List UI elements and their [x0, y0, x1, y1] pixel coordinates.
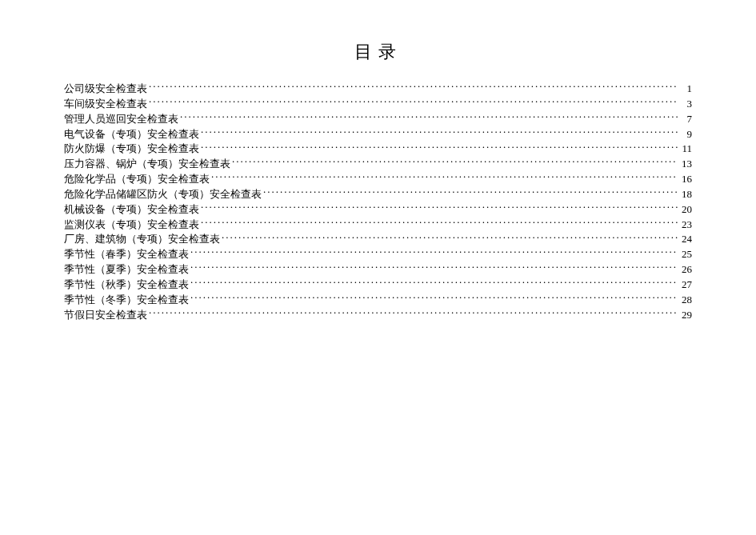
toc-item-label: 电气设备（专项）安全检查表 — [64, 127, 199, 142]
toc-item-page: 24 — [679, 232, 692, 247]
toc-leader-dots — [190, 293, 678, 303]
toc-item-label: 季节性（秋季）安全检查表 — [64, 277, 189, 293]
toc-leader-dots — [232, 157, 678, 167]
toc-item-label: 公司级安全检查表 — [64, 82, 147, 97]
toc-item-page: 28 — [679, 293, 692, 308]
toc-item-label: 车间级安全检查表 — [64, 97, 147, 112]
toc-item: 季节性（冬季）安全检查表28 — [64, 293, 692, 308]
toc-item: 机械设备（专项）安全检查表20 — [64, 202, 692, 218]
toc-leader-dots — [201, 202, 678, 213]
toc-item-label: 机械设备（专项）安全检查表 — [64, 202, 199, 218]
toc-item-page: 26 — [679, 262, 692, 277]
toc-item-page: 18 — [679, 187, 692, 202]
toc-item: 危险化学品（专项）安全检查表16 — [64, 172, 692, 187]
toc-item: 危险化学品储罐区防火（专项）安全检查表18 — [64, 187, 692, 202]
toc-leader-dots — [190, 247, 678, 258]
toc-item: 监测仪表（专项）安全检查表23 — [64, 218, 692, 233]
toc-item-label: 厂房、建筑物（专项）安全检查表 — [64, 232, 220, 247]
toc-item-label: 季节性（冬季）安全检查表 — [64, 293, 189, 308]
toc-leader-dots — [190, 277, 678, 288]
toc-item-label: 管理人员巡回安全检查表 — [64, 112, 178, 127]
toc-item: 管理人员巡回安全检查表7 — [64, 112, 692, 127]
page-title: 目录 — [64, 40, 692, 64]
toc-item: 电气设备（专项）安全检查表9 — [64, 127, 692, 142]
toc-item-page: 11 — [679, 142, 692, 157]
toc-item: 车间级安全检查表3 — [64, 97, 692, 112]
toc-item-page: 13 — [679, 157, 692, 172]
toc-item-page: 23 — [679, 218, 692, 233]
toc-item-label: 危险化学品储罐区防火（专项）安全检查表 — [64, 187, 262, 202]
toc-item: 压力容器、锅炉（专项）安全检查表13 — [64, 157, 692, 172]
toc-item: 季节性（夏季）安全检查表26 — [64, 262, 692, 277]
toc-leader-dots — [201, 127, 678, 138]
toc-leader-dots — [149, 82, 678, 92]
toc-item: 防火防爆（专项）安全检查表11 — [64, 142, 692, 157]
toc-leader-dots — [149, 308, 678, 318]
toc-item: 节假日安全检查表29 — [64, 308, 692, 323]
toc-leader-dots — [180, 112, 678, 122]
toc-list: 公司级安全检查表1车间级安全检查表3管理人员巡回安全检查表7电气设备（专项）安全… — [64, 82, 692, 323]
toc-item-page: 3 — [679, 97, 692, 112]
toc-item-label: 防火防爆（专项）安全检查表 — [64, 142, 199, 157]
toc-leader-dots — [222, 232, 678, 242]
toc-item-page: 20 — [679, 202, 692, 218]
toc-leader-dots — [211, 172, 678, 182]
toc-item-page: 27 — [679, 277, 692, 293]
toc-leader-dots — [149, 97, 678, 107]
toc-item-label: 危险化学品（专项）安全检查表 — [64, 172, 210, 187]
toc-item-page: 9 — [679, 127, 692, 142]
toc-item-label: 季节性（春季）安全检查表 — [64, 247, 189, 262]
toc-leader-dots — [201, 142, 678, 152]
toc-leader-dots — [201, 218, 678, 228]
toc-item-label: 季节性（夏季）安全检查表 — [64, 262, 189, 277]
toc-leader-dots — [263, 187, 678, 198]
toc-item: 季节性（秋季）安全检查表27 — [64, 277, 692, 293]
toc-item-page: 16 — [679, 172, 692, 187]
toc-item-page: 29 — [679, 308, 692, 323]
toc-item-page: 25 — [679, 247, 692, 262]
toc-leader-dots — [190, 262, 678, 273]
toc-item-label: 节假日安全检查表 — [64, 308, 147, 323]
toc-item: 公司级安全检查表1 — [64, 82, 692, 97]
toc-item-page: 1 — [679, 82, 692, 97]
toc-item: 季节性（春季）安全检查表25 — [64, 247, 692, 262]
toc-item-label: 监测仪表（专项）安全检查表 — [64, 218, 199, 233]
toc-item: 厂房、建筑物（专项）安全检查表24 — [64, 232, 692, 247]
toc-item-label: 压力容器、锅炉（专项）安全检查表 — [64, 157, 230, 172]
toc-item-page: 7 — [679, 112, 692, 127]
